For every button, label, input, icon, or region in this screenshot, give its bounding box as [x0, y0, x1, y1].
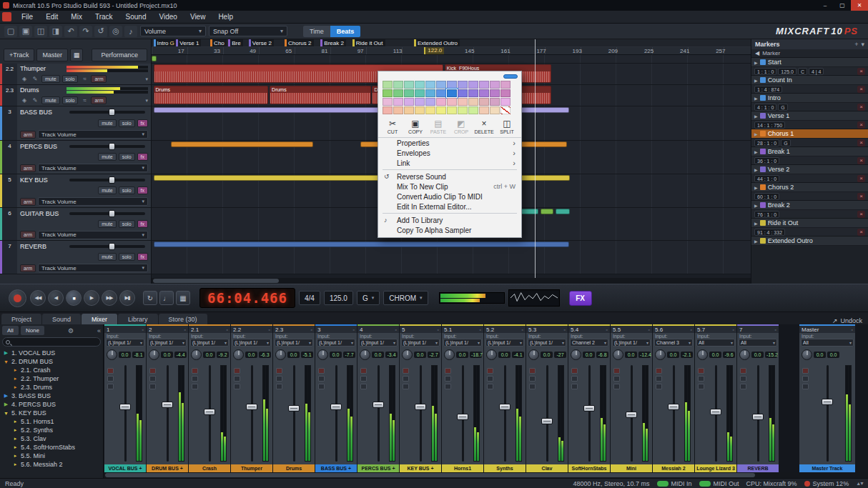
strip-name-label[interactable]: Crash [189, 464, 230, 472]
marker-play-icon[interactable]: ▶ [754, 185, 758, 190]
undock-button[interactable]: ↗Undock [832, 317, 868, 324]
scrollbar-thumb[interactable] [105, 473, 755, 477]
strip-input-select[interactable]: (L)Input 1/▾ [190, 339, 229, 347]
tempo-display[interactable]: 125.0 [324, 291, 353, 305]
pan-knob[interactable] [275, 349, 286, 360]
no-color-swatch[interactable] [500, 106, 511, 114]
strip-options-icon[interactable]: ▫ [606, 327, 608, 332]
open-project-icon[interactable]: ▣ [19, 26, 32, 37]
arm-button[interactable]: arm [20, 198, 36, 206]
strip-name-label[interactable]: PERCS BUS+ [357, 464, 399, 472]
record-button[interactable] [9, 289, 26, 307]
volume-fader[interactable] [162, 402, 173, 408]
chevron-down-icon[interactable]: ▾ [145, 98, 148, 104]
cut-button[interactable]: ✂CUT [381, 119, 404, 134]
track-volume-fader[interactable] [69, 212, 145, 215]
track-volume-fader[interactable] [69, 111, 145, 114]
solo-button[interactable] [107, 384, 114, 389]
pan-knob[interactable] [739, 349, 750, 360]
strip-options-icon[interactable]: ▫ [852, 327, 853, 332]
color-swatch[interactable] [479, 98, 489, 106]
arm-button[interactable] [740, 368, 746, 374]
pan-knob[interactable] [528, 349, 539, 360]
tree-item-5-4-softhornstabs[interactable]: ▸5.4. SoftHornStabs [0, 443, 103, 452]
pan-knob[interactable] [360, 349, 370, 360]
solo-button[interactable] [318, 384, 325, 389]
strip-options-icon[interactable]: ▫ [648, 327, 650, 332]
tree-item-2-drum-bus[interactable]: ▼2. DRUM BUS [0, 357, 103, 366]
automation-mode-select[interactable]: Volume▾ [140, 26, 206, 36]
tree-item-2-2-thumper[interactable]: ▸2.2. Thumper [0, 374, 103, 383]
tree-expand-icon[interactable]: ▸ [13, 376, 18, 382]
color-swatch[interactable] [383, 106, 393, 114]
strip-name-label[interactable]: Synths [484, 464, 526, 472]
solo-button[interactable] [740, 384, 746, 389]
section-marker-cho[interactable]: Cho [210, 39, 227, 46]
tree-expand-icon[interactable]: ▸ [13, 453, 18, 459]
tree-item-2-1-crash[interactable]: ▸2.1. Crash [0, 366, 103, 374]
play-button[interactable]: ▶ [84, 290, 99, 306]
color-swatch[interactable] [415, 98, 425, 106]
solo-button[interactable] [403, 384, 409, 389]
track-automation-select[interactable]: Track Volume▾ [38, 164, 148, 172]
markers-menu-icon[interactable]: ▾ [861, 41, 864, 48]
mute-button[interactable] [740, 376, 746, 382]
arm-button[interactable]: arm [20, 264, 36, 272]
volume-fader[interactable] [204, 409, 215, 415]
stop-button[interactable]: ■ [66, 290, 82, 306]
marker-chorus-1[interactable]: ▶Chorus 1 [751, 129, 868, 139]
marker-color-swatch[interactable] [760, 131, 766, 136]
tree-expand-icon[interactable]: ▶ [4, 350, 9, 356]
tree-expand-icon[interactable]: ▸ [13, 427, 18, 433]
volume-fader[interactable] [373, 402, 384, 408]
marker-play-icon[interactable]: ▶ [754, 114, 758, 119]
solo-button[interactable] [613, 384, 620, 389]
color-swatch[interactable] [490, 89, 500, 97]
track-automation-select[interactable]: Track Volume▾ [38, 231, 148, 239]
mute-button[interactable] [802, 376, 809, 382]
section-marker-break-2[interactable]: Break 2 [320, 39, 346, 46]
solo-button[interactable] [445, 384, 451, 389]
mixer-h-scrollbar[interactable] [104, 472, 868, 478]
color-swatch[interactable] [404, 89, 414, 97]
midi-editor-icon[interactable]: ♪ [124, 26, 137, 37]
marker-play-icon[interactable]: ▶ [754, 221, 758, 226]
mute-button[interactable] [192, 376, 198, 382]
menu-sound[interactable]: Sound [119, 11, 153, 22]
color-swatch[interactable] [425, 98, 435, 106]
go-to-end-button[interactable]: ▶▮ [119, 290, 135, 306]
fader-handle[interactable] [109, 210, 115, 217]
solo-button[interactable]: solo [62, 96, 79, 104]
tree-item-5-5-mini[interactable]: ▸5.5. Mini [0, 452, 103, 460]
solo-button[interactable] [192, 384, 198, 389]
volume-fader[interactable] [822, 399, 833, 405]
gear-icon[interactable]: ⚙ [68, 327, 74, 334]
history-icon[interactable]: ↺ [94, 26, 107, 37]
redo-icon[interactable]: ↷ [79, 26, 92, 37]
marker-color-swatch[interactable] [760, 238, 766, 244]
strip-input-select[interactable]: (L)Input 1/▾ [359, 339, 398, 347]
color-swatch[interactable] [490, 81, 500, 89]
menu-mix[interactable]: Mix [64, 11, 89, 22]
color-swatch[interactable] [383, 98, 393, 106]
color-swatch[interactable] [468, 89, 478, 97]
strip-name-label[interactable]: VOCAL BUS+ [104, 464, 146, 472]
audio-clip[interactable]: Drums [270, 86, 371, 104]
punch-record-button[interactable]: ▦ [176, 291, 190, 305]
mute-button[interactable] [360, 376, 367, 382]
strip-input-select[interactable]: (L)Input 1/▾ [612, 339, 651, 347]
color-swatch[interactable] [500, 98, 511, 106]
tree-item-5-1-horns1[interactable]: ▸5.1. Horns1 [0, 417, 103, 426]
marker-filter-row[interactable]: ◀ Marker [751, 49, 868, 58]
solo-button[interactable]: solo [119, 220, 135, 228]
edit-clip-icon[interactable]: ✎ [31, 97, 39, 104]
menu-track[interactable]: Track [89, 11, 119, 22]
fader-handle[interactable] [109, 176, 115, 184]
solo-button[interactable]: solo [119, 186, 135, 194]
undo-icon[interactable]: ↶ [64, 26, 77, 37]
copy-button[interactable]: ▣COPY [404, 119, 427, 134]
delete-marker-button[interactable]: × [857, 175, 865, 182]
audio-clip[interactable] [541, 209, 553, 214]
strip-input-select[interactable]: (L)Input 1/▾ [275, 339, 313, 347]
pan-knob[interactable] [697, 349, 708, 360]
